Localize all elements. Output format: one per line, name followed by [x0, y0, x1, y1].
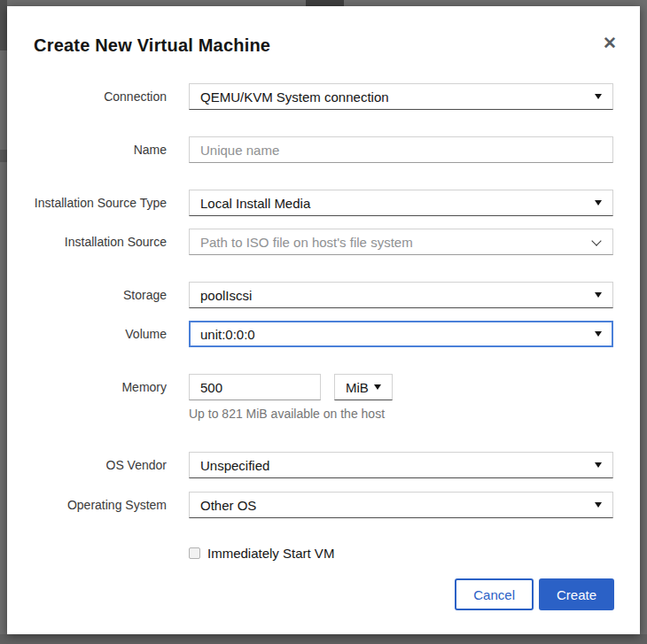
volume-row: Volume unit:0:0:0	[7, 321, 640, 347]
dialog-header: Create New Virtual Machine ✕	[7, 6, 640, 58]
source-type-select[interactable]: Local Install Media	[189, 190, 613, 216]
source-type-row: Installation Source Type Local Install M…	[7, 190, 640, 216]
caret-down-icon	[595, 94, 602, 99]
name-row: Name	[7, 136, 640, 163]
caret-down-icon	[595, 331, 602, 337]
memory-label: Memory	[34, 374, 167, 400]
volume-select[interactable]: unit:0:0:0	[189, 321, 613, 347]
connection-value: QEMU/KVM System connection	[200, 89, 389, 105]
start-vm-label[interactable]: Immediately Start VM	[207, 546, 334, 561]
create-vm-dialog: Create New Virtual Machine ✕ Connection …	[7, 6, 640, 634]
caret-down-icon	[595, 292, 602, 298]
memory-unit-value: MiB	[346, 380, 369, 395]
operating-system-value: Other OS	[200, 498, 256, 513]
backdrop-page-element	[0, 634, 647, 644]
source-type-value: Local Install Media	[200, 196, 310, 211]
storage-value: poolIscsi	[200, 288, 252, 303]
backdrop-page-element	[306, 0, 344, 6]
caret-down-icon	[595, 502, 602, 508]
start-vm-row: Immediately Start VM	[7, 546, 640, 561]
source-label: Installation Source	[34, 229, 167, 255]
memory-unit-select[interactable]: MiB	[334, 374, 393, 400]
start-vm-checkbox[interactable]	[189, 547, 200, 559]
create-vm-form: Connection QEMU/KVM System connection Na…	[7, 83, 640, 610]
backdrop-page-element	[0, 150, 7, 162]
cancel-button[interactable]: Cancel	[455, 578, 534, 610]
name-input[interactable]	[189, 136, 613, 163]
caret-down-icon	[595, 462, 602, 468]
connection-label: Connection	[34, 83, 167, 110]
create-button[interactable]: Create	[539, 578, 614, 610]
connection-select[interactable]: QEMU/KVM System connection	[189, 83, 613, 110]
volume-label: Volume	[34, 321, 167, 347]
memory-input[interactable]	[189, 374, 321, 400]
storage-row: Storage poolIscsi	[7, 282, 640, 308]
connection-row: Connection QEMU/KVM System connection	[7, 83, 640, 110]
name-label: Name	[34, 136, 167, 163]
dialog-title: Create New Virtual Machine	[34, 33, 270, 58]
operating-system-select[interactable]: Other OS	[189, 492, 613, 518]
operating-system-label: Operating System	[34, 492, 167, 518]
close-icon[interactable]: ✕	[603, 35, 617, 52]
operating-system-row: Operating System Other OS	[7, 492, 640, 518]
caret-down-icon	[374, 384, 381, 390]
os-vendor-label: OS Vendor	[34, 452, 167, 478]
memory-helper-text: Up to 821 MiB available on the host	[189, 406, 613, 422]
caret-down-icon	[595, 200, 602, 206]
source-row: Installation Source	[7, 229, 640, 255]
source-input[interactable]	[189, 229, 613, 255]
storage-select[interactable]: poolIscsi	[189, 282, 613, 308]
source-type-label: Installation Source Type	[34, 190, 167, 216]
storage-label: Storage	[34, 282, 167, 308]
volume-value: unit:0:0:0	[200, 327, 255, 342]
os-vendor-row: OS Vendor Unspecified	[7, 452, 640, 478]
memory-row: Memory MiB Up to 821 MiB available on th…	[7, 374, 640, 422]
dialog-footer: Cancel Create	[7, 578, 640, 610]
os-vendor-select[interactable]: Unspecified	[189, 452, 613, 478]
backdrop-page-element	[0, 0, 7, 50]
os-vendor-value: Unspecified	[200, 458, 269, 473]
